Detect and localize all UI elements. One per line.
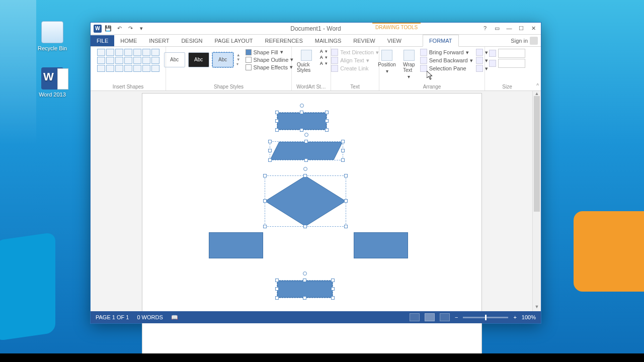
- tab-home[interactable]: HOME: [114, 35, 143, 46]
- resize-handle[interactable]: [344, 174, 348, 177]
- resize-handle[interactable]: [263, 225, 267, 228]
- scroll-down-icon[interactable]: ▼: [533, 304, 541, 311]
- resize-handle[interactable]: [263, 174, 267, 177]
- resize-handle[interactable]: [304, 158, 308, 162]
- web-layout-button[interactable]: [440, 313, 450, 321]
- resize-handle[interactable]: [304, 140, 308, 143]
- style-swatch-selected[interactable]: Abc: [212, 52, 233, 67]
- shape-style-gallery[interactable]: Abc Abc Abc ▲▼▾: [164, 52, 240, 67]
- resize-handle[interactable]: [275, 287, 279, 291]
- save-button[interactable]: 💾: [104, 24, 113, 33]
- resize-handle[interactable]: [331, 287, 335, 291]
- flowchart-process-shape[interactable]: [354, 232, 408, 258]
- tab-view[interactable]: VIEW: [381, 35, 408, 46]
- resize-handle[interactable]: [303, 225, 307, 228]
- rotate-handle[interactable]: [304, 133, 308, 137]
- resize-handle[interactable]: [341, 149, 345, 152]
- resize-handle[interactable]: [344, 199, 348, 203]
- tab-review[interactable]: REVIEW: [347, 35, 381, 46]
- resize-handle[interactable]: [300, 111, 303, 114]
- sign-in[interactable]: Sign in: [511, 37, 538, 45]
- position-button[interactable]: Position▾: [376, 49, 398, 75]
- proofing-icon[interactable]: 📖: [171, 314, 178, 321]
- resize-handle[interactable]: [263, 199, 267, 203]
- shape-fill-button[interactable]: Shape Fill ▾: [246, 49, 294, 55]
- ribbon-display-button[interactable]: ▭: [492, 24, 503, 33]
- flowchart-decision-shape[interactable]: [265, 176, 346, 226]
- resize-handle[interactable]: [268, 149, 272, 152]
- resize-handle[interactable]: [268, 140, 272, 143]
- text-outline-button[interactable]: A▾: [320, 55, 328, 60]
- width-input[interactable]: [498, 59, 525, 68]
- page-indicator[interactable]: PAGE 1 OF 1: [96, 314, 129, 320]
- tab-references[interactable]: REFERENCES: [259, 35, 309, 46]
- help-button[interactable]: ?: [479, 24, 491, 33]
- minimize-button[interactable]: —: [504, 24, 515, 33]
- redo-button[interactable]: ↷: [126, 24, 135, 33]
- zoom-level[interactable]: 100%: [522, 314, 536, 320]
- zoom-slider[interactable]: [463, 317, 508, 318]
- style-swatch[interactable]: Abc: [188, 52, 209, 67]
- read-mode-button[interactable]: [410, 313, 420, 321]
- desktop-icon-word[interactable]: Word 2013: [32, 67, 72, 98]
- document-area[interactable]: ▲ ▼: [91, 91, 541, 311]
- resize-handle[interactable]: [268, 158, 272, 162]
- tab-insert[interactable]: INSERT: [143, 35, 175, 46]
- tab-format[interactable]: FORMAT: [423, 35, 459, 47]
- style-swatch[interactable]: Abc: [164, 52, 185, 67]
- tab-mailings[interactable]: MAILINGS: [309, 35, 348, 46]
- maximize-button[interactable]: ☐: [516, 24, 527, 33]
- rotate-handle[interactable]: [300, 104, 304, 108]
- flowchart-data-shape[interactable]: [270, 142, 343, 160]
- zoom-in-button[interactable]: +: [513, 314, 516, 320]
- selection-pane-button[interactable]: Selection Pane: [420, 65, 473, 72]
- flowchart-process-shape[interactable]: [277, 113, 327, 130]
- word-count[interactable]: 0 WORDS: [137, 314, 163, 320]
- gallery-down[interactable]: ▼: [236, 57, 240, 62]
- shape-effects-button[interactable]: Shape Effects ▾: [246, 64, 294, 70]
- rotate-handle[interactable]: [303, 272, 307, 276]
- tab-design[interactable]: DESIGN: [175, 35, 208, 46]
- bring-forward-button[interactable]: Bring Forward ▾: [420, 49, 473, 56]
- vertical-scrollbar[interactable]: ▲ ▼: [532, 91, 541, 311]
- height-input[interactable]: [498, 49, 525, 58]
- shape-outline-button[interactable]: Shape Outline ▾: [246, 56, 294, 63]
- print-layout-button[interactable]: [425, 313, 435, 321]
- send-backward-button[interactable]: Send Backward ▾: [420, 57, 473, 64]
- resize-handle[interactable]: [275, 128, 279, 132]
- qat-customize[interactable]: ▾: [137, 24, 146, 33]
- resize-handle[interactable]: [331, 279, 335, 282]
- zoom-out-button[interactable]: −: [455, 314, 458, 320]
- gallery-up[interactable]: ▲: [236, 53, 240, 57]
- text-effects-button[interactable]: A▾: [320, 61, 328, 66]
- resize-handle[interactable]: [275, 296, 279, 300]
- wrap-text-button[interactable]: Wrap Text▾: [401, 49, 417, 80]
- resize-handle[interactable]: [303, 174, 307, 177]
- text-fill-button[interactable]: A▾: [320, 49, 328, 54]
- resize-handle[interactable]: [325, 111, 329, 114]
- resize-handle[interactable]: [303, 279, 306, 282]
- undo-button[interactable]: ↶: [115, 24, 124, 33]
- resize-handle[interactable]: [325, 128, 329, 132]
- tab-page-layout[interactable]: PAGE LAYOUT: [209, 35, 259, 46]
- collapse-ribbon-button[interactable]: ^: [536, 83, 539, 88]
- resize-handle[interactable]: [341, 140, 345, 143]
- resize-handle[interactable]: [325, 119, 329, 123]
- close-button[interactable]: ✕: [528, 24, 539, 33]
- resize-handle[interactable]: [275, 279, 279, 282]
- resize-handle[interactable]: [300, 128, 303, 132]
- flowchart-process-shape[interactable]: [209, 232, 263, 258]
- resize-handle[interactable]: [331, 296, 335, 300]
- shapes-gallery[interactable]: [97, 49, 159, 72]
- resize-handle[interactable]: [303, 296, 306, 300]
- scrollbar-thumb[interactable]: [534, 96, 540, 212]
- resize-handle[interactable]: [344, 225, 348, 228]
- tab-file[interactable]: FILE: [91, 35, 114, 46]
- flowchart-process-shape[interactable]: [277, 281, 333, 298]
- quick-styles-button[interactable]: Quick Styles: [295, 49, 318, 74]
- rotate-handle[interactable]: [303, 167, 307, 171]
- desktop-icon-recycle[interactable]: Recycle Bin: [32, 21, 72, 51]
- resize-handle[interactable]: [275, 119, 279, 123]
- resize-handle[interactable]: [341, 158, 345, 162]
- gallery-more[interactable]: ▾: [236, 62, 240, 66]
